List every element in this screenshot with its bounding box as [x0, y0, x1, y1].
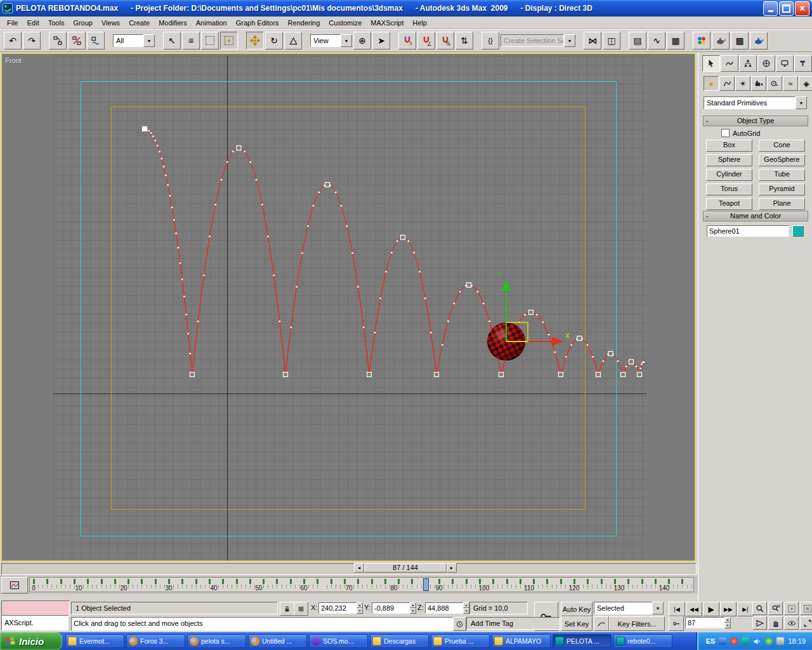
track-bar-key[interactable]: [506, 579, 508, 584]
y-coordinate-field[interactable]: -0,889 ▴▾: [372, 602, 416, 614]
add-time-tag-field[interactable]: Add Time Tag: [466, 617, 560, 630]
track-bar-key[interactable]: [466, 579, 468, 584]
go-to-end-button[interactable]: ▶|: [737, 602, 754, 616]
previous-frame-arrow[interactable]: ◄: [354, 563, 364, 573]
minimize-button[interactable]: [763, 1, 778, 16]
track-bar-key[interactable]: [411, 579, 413, 584]
object-name-field[interactable]: Sphere01: [707, 225, 789, 237]
set-key-button[interactable]: Set Key: [561, 616, 593, 631]
primitives-dropdown[interactable]: Standard Primitives▼: [704, 96, 807, 109]
selected-filter-dropdown[interactable]: Selected▼: [594, 602, 664, 614]
systems-category-button[interactable]: ◈: [799, 76, 812, 91]
track-bar-key[interactable]: [303, 579, 305, 584]
arc-rotate-button[interactable]: [784, 616, 799, 630]
current-frame-field[interactable]: 87 ▴▾: [685, 617, 731, 628]
frame-spinner[interactable]: ▴▾: [724, 617, 731, 628]
x-spinner[interactable]: ▴▾: [357, 602, 363, 614]
menu-item[interactable]: Tools: [44, 18, 69, 28]
curve-editor-button[interactable]: ∿: [648, 32, 665, 50]
rendered-frame-window-button[interactable]: ▩: [731, 32, 749, 50]
track-bar-key[interactable]: [317, 579, 318, 584]
track-bar-key[interactable]: [195, 579, 197, 584]
x-coordinate-field[interactable]: 240,232 ▴▾: [318, 602, 363, 614]
track-bar-key[interactable]: [492, 579, 494, 584]
time-tag-button[interactable]: [453, 617, 466, 631]
menu-item[interactable]: Rendering: [284, 18, 325, 28]
chevron-down-icon[interactable]: ▼: [564, 34, 575, 47]
material-editor-button[interactable]: [693, 32, 710, 50]
track-bar-key[interactable]: [168, 579, 170, 584]
taskbar-button[interactable]: PELOTA ...: [553, 634, 612, 648]
lock-selection-button[interactable]: [280, 602, 294, 616]
volume-tray-icon[interactable]: [753, 637, 761, 646]
angle-snap-toggle-button[interactable]: ∠: [417, 32, 435, 50]
geometry-category-button[interactable]: ●: [704, 76, 719, 91]
track-bar-key[interactable]: [74, 579, 75, 584]
select-by-name-button[interactable]: ≡: [182, 32, 200, 50]
object-type-button[interactable]: Cone: [759, 140, 805, 152]
play-button[interactable]: ▶: [703, 602, 719, 616]
track-bar-key[interactable]: [114, 579, 116, 584]
track-bar-key[interactable]: [249, 579, 251, 584]
taskbar-button[interactable]: pelota s...: [187, 634, 246, 648]
track-bar-key[interactable]: [641, 579, 643, 584]
helpers-category-button[interactable]: [767, 76, 782, 91]
display-tray-icon[interactable]: [776, 637, 784, 645]
network-tray-icon[interactable]: [719, 637, 726, 645]
default-tangent-button[interactable]: [594, 616, 609, 631]
tab-create[interactable]: [702, 55, 720, 72]
track-bar-key[interactable]: [560, 579, 562, 584]
named-selection-sets-dropdown[interactable]: Create Selection Set▼: [501, 34, 575, 47]
zoom-all-button[interactable]: [768, 602, 783, 615]
taskbar-button[interactable]: Untitled ...: [248, 634, 307, 648]
track-bar-key[interactable]: [236, 579, 238, 584]
track-bar-key[interactable]: [533, 579, 535, 584]
redo-button[interactable]: ↷: [23, 32, 41, 50]
time-slider-value[interactable]: 87 / 144: [364, 563, 447, 573]
object-type-button[interactable]: Tube: [759, 169, 805, 181]
track-bar-key[interactable]: [344, 579, 346, 584]
track-bar-frames[interactable]: 0102030405060708090100110120130140: [29, 577, 694, 592]
messenger-tray-icon[interactable]: [742, 637, 749, 645]
zoom-extents-all-button[interactable]: [800, 602, 812, 615]
track-bar-key[interactable]: [398, 579, 400, 584]
tab-utilities[interactable]: [794, 55, 812, 72]
selection-filter-dropdown[interactable]: All▼: [113, 34, 155, 47]
track-bar-key[interactable]: [101, 579, 103, 584]
menu-item[interactable]: Graph Editors: [232, 18, 284, 28]
object-type-button[interactable]: GeoSphere: [759, 154, 805, 166]
taskbar-button[interactable]: Evermot...: [65, 634, 124, 648]
menu-item[interactable]: MAXScript: [366, 18, 408, 28]
language-indicator[interactable]: ES: [706, 637, 716, 645]
spinner-snap-toggle-button[interactable]: ⇅: [455, 32, 473, 50]
track-bar-key[interactable]: [627, 579, 629, 584]
next-frame-arrow[interactable]: ►: [447, 563, 457, 573]
zoom-button[interactable]: [752, 602, 767, 615]
track-bar-key[interactable]: [290, 579, 292, 584]
zoom-extents-button[interactable]: [784, 602, 799, 615]
select-and-scale-button[interactable]: [284, 32, 302, 50]
track-bar-key[interactable]: [614, 579, 616, 584]
name-color-rollout[interactable]: - Name and Color: [703, 211, 808, 222]
space-warps-category-button[interactable]: ≈: [783, 76, 798, 91]
object-type-button[interactable]: Plane: [759, 198, 805, 210]
track-bar-key[interactable]: [371, 579, 373, 584]
chevron-down-icon[interactable]: ▼: [796, 96, 807, 109]
maximize-viewport-toggle[interactable]: [800, 616, 812, 630]
select-object-button[interactable]: ↖: [163, 32, 181, 50]
track-bar-key[interactable]: [209, 579, 211, 584]
taskbar-button[interactable]: Foros 3...: [126, 634, 185, 648]
z-coordinate-field[interactable]: 44,888 ▴▾: [425, 602, 469, 614]
quick-render-button[interactable]: [750, 32, 768, 50]
lights-category-button[interactable]: ☀: [735, 76, 750, 91]
selection-region-button[interactable]: [201, 32, 219, 50]
viewport-front[interactable]: Front Y: [1, 53, 695, 561]
schematic-view-button[interactable]: ▦: [667, 32, 684, 50]
object-type-button[interactable]: Teapot: [706, 198, 752, 210]
menu-item[interactable]: Views: [97, 18, 124, 28]
percent-snap-toggle-button[interactable]: %: [436, 32, 454, 50]
menu-item[interactable]: Help: [408, 18, 431, 28]
edit-named-selection-sets-button[interactable]: {}: [481, 32, 499, 50]
auto-key-button[interactable]: Auto Key: [561, 602, 593, 616]
track-bar-key[interactable]: [520, 579, 521, 584]
